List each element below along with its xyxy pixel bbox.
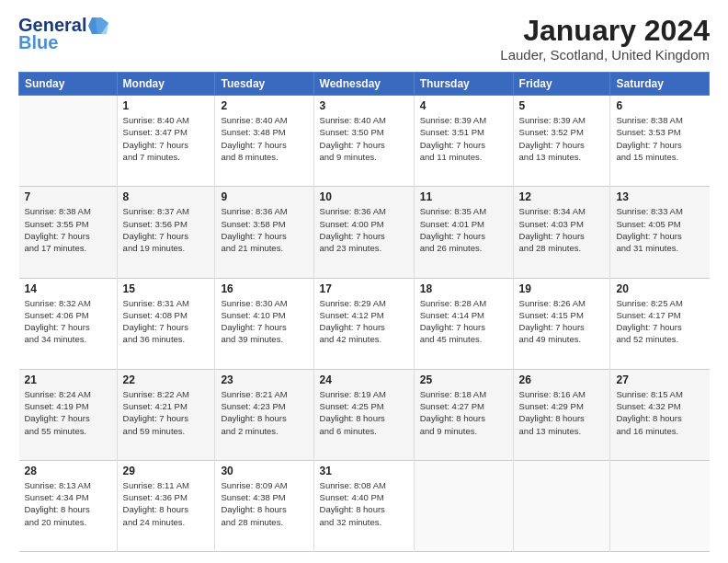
day-number: 4 xyxy=(420,99,507,112)
day-info: Sunrise: 8:22 AM Sunset: 4:21 PM Dayligh… xyxy=(123,388,210,437)
week-row-4: 21Sunrise: 8:24 AM Sunset: 4:19 PM Dayli… xyxy=(19,369,710,460)
svg-marker-1 xyxy=(96,17,108,34)
weekday-header-row: Sunday Monday Tuesday Wednesday Thursday… xyxy=(19,73,710,96)
day-info: Sunrise: 8:33 AM Sunset: 4:05 PM Dayligh… xyxy=(616,205,703,254)
cell-w4-d1: 22Sunrise: 8:22 AM Sunset: 4:21 PM Dayli… xyxy=(117,369,215,460)
day-number: 1 xyxy=(123,99,210,112)
cell-w4-d5: 26Sunrise: 8:16 AM Sunset: 4:29 PM Dayli… xyxy=(513,369,610,460)
logo-blue: Blue xyxy=(18,32,58,53)
day-info: Sunrise: 8:36 AM Sunset: 3:58 PM Dayligh… xyxy=(221,205,307,254)
day-number: 26 xyxy=(519,373,605,386)
day-number: 14 xyxy=(25,282,111,295)
header-sunday: Sunday xyxy=(19,73,118,96)
day-number: 18 xyxy=(420,282,507,295)
day-number: 15 xyxy=(123,282,210,295)
day-number: 12 xyxy=(519,190,605,203)
cell-w3-d6: 20Sunrise: 8:25 AM Sunset: 4:17 PM Dayli… xyxy=(610,278,710,369)
cell-w2-d1: 8Sunrise: 8:37 AM Sunset: 3:56 PM Daylig… xyxy=(117,187,215,278)
day-number: 25 xyxy=(420,373,507,386)
cell-w5-d6 xyxy=(610,460,710,551)
cell-w4-d6: 27Sunrise: 8:15 AM Sunset: 4:32 PM Dayli… xyxy=(610,369,710,460)
cell-w1-d6: 6Sunrise: 8:38 AM Sunset: 3:53 PM Daylig… xyxy=(610,96,710,187)
day-info: Sunrise: 8:08 AM Sunset: 4:40 PM Dayligh… xyxy=(320,479,408,528)
cell-w4-d4: 25Sunrise: 8:18 AM Sunset: 4:27 PM Dayli… xyxy=(414,369,513,460)
day-info: Sunrise: 8:21 AM Sunset: 4:23 PM Dayligh… xyxy=(221,388,307,437)
day-number: 7 xyxy=(25,190,111,203)
day-info: Sunrise: 8:16 AM Sunset: 4:29 PM Dayligh… xyxy=(519,388,605,437)
cell-w4-d0: 21Sunrise: 8:24 AM Sunset: 4:19 PM Dayli… xyxy=(19,369,118,460)
day-info: Sunrise: 8:38 AM Sunset: 3:53 PM Dayligh… xyxy=(616,114,703,163)
day-info: Sunrise: 8:09 AM Sunset: 4:38 PM Dayligh… xyxy=(221,479,307,528)
day-number: 3 xyxy=(320,99,408,112)
logo-icon xyxy=(88,17,108,34)
cell-w3-d0: 14Sunrise: 8:32 AM Sunset: 4:06 PM Dayli… xyxy=(19,278,118,369)
day-info: Sunrise: 8:26 AM Sunset: 4:15 PM Dayligh… xyxy=(519,297,605,346)
day-number: 8 xyxy=(123,190,210,203)
cell-w4-d3: 24Sunrise: 8:19 AM Sunset: 4:25 PM Dayli… xyxy=(313,369,414,460)
day-info: Sunrise: 8:13 AM Sunset: 4:34 PM Dayligh… xyxy=(25,479,111,528)
day-info: Sunrise: 8:39 AM Sunset: 3:51 PM Dayligh… xyxy=(420,114,507,163)
day-number: 30 xyxy=(221,465,307,477)
day-number: 22 xyxy=(123,373,210,386)
header: General Blue January 2024 Lauder, Scotla… xyxy=(18,15,710,63)
day-number: 31 xyxy=(320,465,408,477)
day-info: Sunrise: 8:24 AM Sunset: 4:19 PM Dayligh… xyxy=(25,388,111,437)
cell-w2-d0: 7Sunrise: 8:38 AM Sunset: 3:55 PM Daylig… xyxy=(19,187,118,278)
day-number: 5 xyxy=(519,99,605,112)
cell-w2-d2: 9Sunrise: 8:36 AM Sunset: 3:58 PM Daylig… xyxy=(215,187,313,278)
day-info: Sunrise: 8:18 AM Sunset: 4:27 PM Dayligh… xyxy=(420,388,507,437)
header-tuesday: Tuesday xyxy=(215,73,313,96)
calendar-table: Sunday Monday Tuesday Wednesday Thursday… xyxy=(18,72,710,552)
day-number: 11 xyxy=(420,190,507,203)
header-thursday: Thursday xyxy=(414,73,513,96)
day-number: 21 xyxy=(25,373,111,386)
day-number: 16 xyxy=(221,282,307,295)
day-number: 6 xyxy=(616,99,703,112)
day-info: Sunrise: 8:40 AM Sunset: 3:50 PM Dayligh… xyxy=(320,114,408,163)
day-number: 13 xyxy=(616,190,703,203)
cell-w1-d2: 2Sunrise: 8:40 AM Sunset: 3:48 PM Daylig… xyxy=(215,96,313,187)
cell-w5-d5 xyxy=(513,460,610,551)
day-number: 28 xyxy=(25,465,111,477)
day-number: 27 xyxy=(616,373,703,386)
header-saturday: Saturday xyxy=(610,73,710,96)
location: Lauder, Scotland, United Kingdom xyxy=(500,47,710,63)
cell-w1-d3: 3Sunrise: 8:40 AM Sunset: 3:50 PM Daylig… xyxy=(313,96,414,187)
day-number: 2 xyxy=(221,99,307,112)
week-row-1: 1Sunrise: 8:40 AM Sunset: 3:47 PM Daylig… xyxy=(19,96,710,187)
day-info: Sunrise: 8:31 AM Sunset: 4:08 PM Dayligh… xyxy=(123,297,210,346)
cell-w2-d4: 11Sunrise: 8:35 AM Sunset: 4:01 PM Dayli… xyxy=(414,187,513,278)
title-block: January 2024 Lauder, Scotland, United Ki… xyxy=(500,15,710,63)
day-info: Sunrise: 8:38 AM Sunset: 3:55 PM Dayligh… xyxy=(25,205,111,254)
cell-w5-d2: 30Sunrise: 8:09 AM Sunset: 4:38 PM Dayli… xyxy=(215,460,313,551)
cell-w3-d3: 17Sunrise: 8:29 AM Sunset: 4:12 PM Dayli… xyxy=(313,278,414,369)
cell-w5-d3: 31Sunrise: 8:08 AM Sunset: 4:40 PM Dayli… xyxy=(313,460,414,551)
cell-w2-d5: 12Sunrise: 8:34 AM Sunset: 4:03 PM Dayli… xyxy=(513,187,610,278)
day-number: 20 xyxy=(616,282,703,295)
cell-w5-d0: 28Sunrise: 8:13 AM Sunset: 4:34 PM Dayli… xyxy=(19,460,118,551)
day-info: Sunrise: 8:40 AM Sunset: 3:48 PM Dayligh… xyxy=(221,114,307,163)
day-number: 29 xyxy=(123,465,210,477)
day-number: 24 xyxy=(320,373,408,386)
day-number: 19 xyxy=(519,282,605,295)
day-info: Sunrise: 8:32 AM Sunset: 4:06 PM Dayligh… xyxy=(25,297,111,346)
week-row-2: 7Sunrise: 8:38 AM Sunset: 3:55 PM Daylig… xyxy=(19,187,710,278)
month-title: January 2024 xyxy=(500,15,710,47)
day-number: 23 xyxy=(221,373,307,386)
week-row-5: 28Sunrise: 8:13 AM Sunset: 4:34 PM Dayli… xyxy=(19,460,710,551)
day-info: Sunrise: 8:28 AM Sunset: 4:14 PM Dayligh… xyxy=(420,297,507,346)
day-info: Sunrise: 8:35 AM Sunset: 4:01 PM Dayligh… xyxy=(420,205,507,254)
day-info: Sunrise: 8:37 AM Sunset: 3:56 PM Dayligh… xyxy=(123,205,210,254)
cell-w3-d4: 18Sunrise: 8:28 AM Sunset: 4:14 PM Dayli… xyxy=(414,278,513,369)
day-info: Sunrise: 8:30 AM Sunset: 4:10 PM Dayligh… xyxy=(221,297,307,346)
cell-w5-d1: 29Sunrise: 8:11 AM Sunset: 4:36 PM Dayli… xyxy=(117,460,215,551)
day-info: Sunrise: 8:34 AM Sunset: 4:03 PM Dayligh… xyxy=(519,205,605,254)
cell-w5-d4 xyxy=(414,460,513,551)
header-wednesday: Wednesday xyxy=(313,73,414,96)
cell-w1-d4: 4Sunrise: 8:39 AM Sunset: 3:51 PM Daylig… xyxy=(414,96,513,187)
day-number: 10 xyxy=(320,190,408,203)
header-monday: Monday xyxy=(117,73,215,96)
logo: General Blue xyxy=(18,15,108,53)
cell-w3-d1: 15Sunrise: 8:31 AM Sunset: 4:08 PM Dayli… xyxy=(117,278,215,369)
day-info: Sunrise: 8:36 AM Sunset: 4:00 PM Dayligh… xyxy=(320,205,408,254)
